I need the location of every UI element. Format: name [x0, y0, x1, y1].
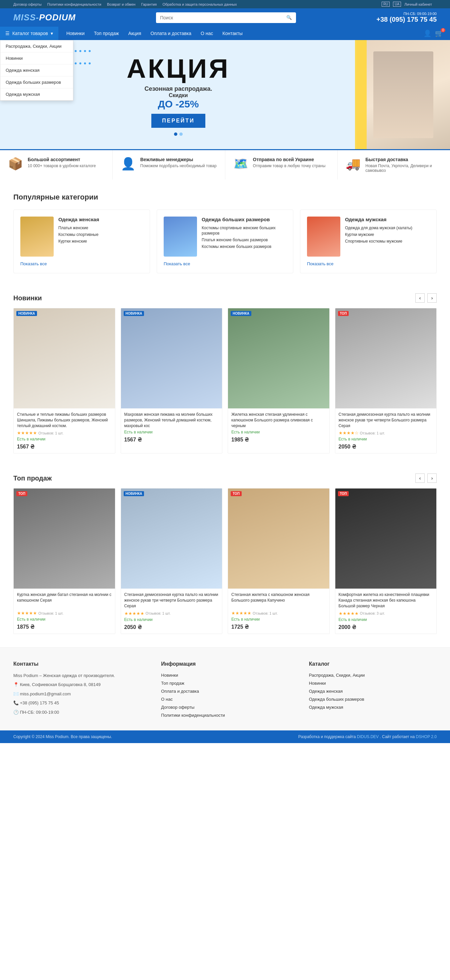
new-product-2[interactable]: НОВИНКА Жилетка женская стеганая удлинен…	[228, 308, 330, 453]
categories-section: Популярные категории Одежда женская Плат…	[0, 180, 450, 286]
footer-info-link-5[interactable]: Политики конфиденциальности	[161, 713, 225, 718]
footer-catalog-title: Каталог	[309, 661, 437, 667]
cat-men-link-0[interactable]: Одежда для дома мужская (халаты)	[345, 226, 412, 230]
cabinet-link[interactable]: Личный кабинет	[404, 2, 432, 6]
catalog-item-new[interactable]: Новинки	[0, 52, 73, 64]
hero-decoration-dots	[70, 50, 93, 73]
category-plus-show-all[interactable]: Показать все	[164, 261, 286, 266]
cat-men-link-1[interactable]: Куртки мужские	[345, 232, 374, 237]
nav-link-about[interactable]: О нас	[196, 27, 218, 40]
top-products-title: Топ продаж	[13, 474, 52, 482]
top-product-2-stars: ★★★★★	[231, 611, 251, 616]
new-product-1-badge: НОВИНКА	[124, 311, 144, 316]
new-products-title: Новинки	[13, 294, 42, 302]
footer-email: ✉️ miss.podium1@gmail.com	[13, 691, 141, 697]
top-product-3[interactable]: ТОП Комфортная жилетка из качественной п…	[335, 488, 437, 634]
new-product-0[interactable]: НОВИНКА Стильные и теплые пижамы больших…	[13, 308, 115, 453]
footer-catalog: Каталог Распродажа, Скидки, Акции Новинк…	[309, 661, 437, 721]
top-product-2-info: Стеганная жилетка с капюшоном женская Бо…	[228, 589, 330, 633]
cat-women-link-1[interactable]: Костюмы спортивные	[58, 232, 98, 237]
category-plus: Одежда больших размеров Костюмы спортивн…	[157, 210, 293, 273]
cat-women-link-0[interactable]: Платья женские	[58, 226, 88, 230]
top-product-1[interactable]: НОВИНКА Стеганная демисезонная куртка па…	[120, 488, 223, 634]
category-women-links: Платья женские Костюмы спортивные Куртки…	[58, 225, 143, 243]
footer-catalog-link-4[interactable]: Одежда мужская	[309, 705, 343, 710]
feature-assortment: 📦 Большой ассортимент 10 000+ товаров в …	[0, 150, 112, 180]
category-women-show-all[interactable]: Показать все	[20, 261, 143, 266]
top-next-button[interactable]: ›	[427, 474, 437, 483]
nav-link-new[interactable]: Новинки	[62, 27, 89, 40]
topbar-link-warranty[interactable]: Гарантия	[141, 2, 157, 6]
user-button[interactable]: 👤	[423, 29, 432, 37]
top-product-0[interactable]: ТОП Куртка женская деми батал стеганная …	[13, 488, 115, 634]
top-product-0-badge: ТОП	[16, 491, 27, 496]
footer-contacts: Контакты Miss Podium – Женская одежда от…	[13, 661, 141, 721]
feature-shipping-text: Отправка по всей Украине Отправим товар …	[253, 157, 326, 168]
feature-managers: 👤 Вежливые менеджеры Поможем подобрать н…	[112, 150, 225, 180]
new-product-1[interactable]: НОВИНКА Махровая женская пижама на молни…	[120, 308, 223, 453]
category-men-show-all[interactable]: Показать все	[307, 261, 430, 266]
search-input[interactable]	[156, 12, 282, 23]
topbar-link-privacy[interactable]: Политики конфиденциальности	[48, 2, 101, 6]
footer-info-link-1[interactable]: Топ продаж	[161, 681, 184, 686]
catalog-button[interactable]: ☰ Каталог товаров ▾	[0, 27, 58, 40]
navigation: ☰ Каталог товаров ▾ Распродажа, Скидки, …	[0, 27, 450, 40]
top-product-3-stock: Есть в наличии	[339, 617, 433, 622]
catalog-item-plus[interactable]: Одежда больших размеров	[0, 76, 73, 88]
cat-plus-link-0[interactable]: Костюмы спортивные женские больших разме…	[202, 226, 276, 235]
footer-info-link-2[interactable]: Оплата и доставка	[161, 689, 199, 694]
catalog-menu: Распродажа, Скидки, Акции Новинки Одежда…	[0, 40, 73, 101]
footer-catalog-link-2[interactable]: Одежда женская	[309, 689, 343, 694]
cat-men-link-2[interactable]: Спортивные костюмы мужские	[345, 239, 402, 243]
new-products-arrows: ‹ ›	[415, 293, 437, 303]
nav-link-sale[interactable]: Акция	[124, 27, 146, 40]
footer-catalog-link-1[interactable]: Новинки	[309, 681, 326, 686]
hero-subtitle: Сезонная распродажа.	[127, 86, 230, 92]
footer-powered-link[interactable]: DSHOP 2.0	[416, 734, 437, 739]
footer-info-link-4[interactable]: Договор оферты	[161, 705, 194, 710]
new-product-0-image: НОВИНКА	[14, 308, 115, 409]
new-product-0-badge: НОВИНКА	[16, 311, 37, 316]
new-product-0-stock: Есть в наличии	[17, 437, 112, 441]
search-bar: 🔍	[156, 12, 296, 23]
logo[interactable]: MISS-PODIUM	[13, 12, 76, 23]
hero-yellow-accent	[355, 40, 367, 149]
top-prev-button[interactable]: ‹	[415, 474, 425, 483]
top-product-2[interactable]: ТОП Стеганная жилетка с капюшоном женска…	[228, 488, 330, 634]
nav-link-delivery[interactable]: Оплата и доставка	[146, 27, 196, 40]
top-product-1-title: Стеганная демисезонная куртка пальто на …	[124, 592, 219, 609]
hero-cta-button[interactable]: ПЕРЕЙТИ	[151, 114, 205, 128]
top-product-1-rating: ★★★★★ Отзывов: 1 шт.	[124, 611, 219, 616]
footer-info-title: Информация	[161, 661, 289, 667]
new-product-3[interactable]: ТОП Стеганая демисезонная куртка пальто …	[335, 308, 437, 453]
new-product-1-info: Махровая женская пижама на молнии больши…	[121, 409, 222, 446]
top-product-3-info: Комфортная жилетка из качественной плаще…	[335, 589, 437, 633]
footer-catalog-link-3[interactable]: Одежда больших размеров	[309, 697, 364, 702]
top-product-3-reviews: Отзывов: 3 шт.	[360, 611, 385, 615]
top-products-header: Топ продаж ‹ ›	[13, 474, 437, 483]
cat-women-link-2[interactable]: Куртки женские	[58, 239, 87, 243]
top-products-section: Топ продаж ‹ › ТОП Куртка женская деми б…	[0, 467, 450, 647]
topbar-link-offer[interactable]: Договор оферты	[13, 2, 42, 6]
footer-info-link-0[interactable]: Новинки	[161, 673, 178, 678]
new-next-button[interactable]: ›	[427, 293, 437, 303]
footer-info-link-3[interactable]: О нас	[161, 697, 173, 702]
cat-plus-link-1[interactable]: Платья женские больших размеров	[202, 237, 268, 242]
search-icon: 🔍	[286, 15, 292, 20]
catalog-item-women[interactable]: Одежда женская	[0, 64, 73, 76]
cart-button[interactable]: 🛒 0	[435, 29, 443, 37]
catalog-item-sale[interactable]: Распродажа, Скидки, Акции	[0, 40, 73, 52]
topbar-link-return[interactable]: Возврат и обмен	[107, 2, 135, 6]
lang-ua-button[interactable]: UA	[393, 2, 401, 7]
catalog-item-men[interactable]: Одежда мужская	[0, 88, 73, 100]
nav-link-top[interactable]: Топ продаж	[89, 27, 124, 40]
topbar-link-data[interactable]: Обработка и защита персональных данных	[162, 2, 237, 6]
footer-dev-link[interactable]: DIDUS.DEV	[357, 734, 379, 739]
lang-ru-button[interactable]: RU	[382, 2, 390, 7]
nav-link-contacts[interactable]: Контакты	[218, 27, 247, 40]
category-plus-links: Костюмы спортивные женские больших разме…	[202, 225, 286, 249]
cat-plus-link-2[interactable]: Костюмы женские больших размеров	[202, 244, 271, 249]
footer-catalog-link-0[interactable]: Распродажа, Скидки, Акции	[309, 673, 365, 678]
search-button[interactable]: 🔍	[282, 12, 296, 23]
new-prev-button[interactable]: ‹	[415, 293, 425, 303]
